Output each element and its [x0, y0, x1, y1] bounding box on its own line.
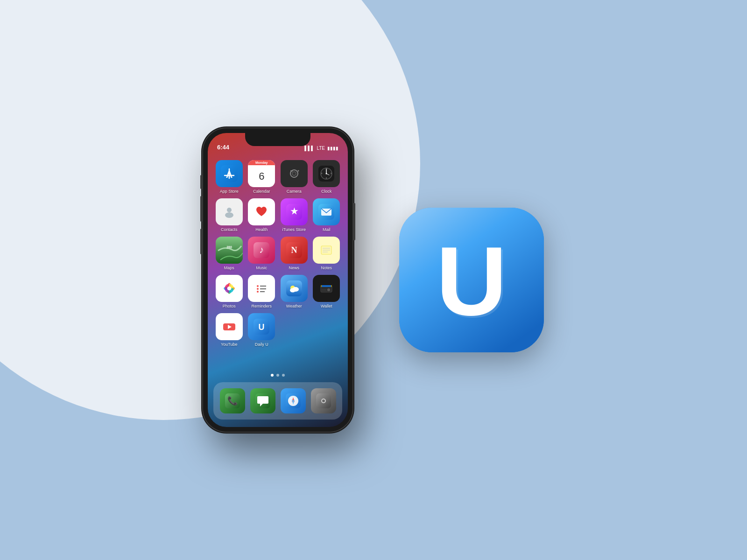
svg-point-21 [225, 212, 233, 218]
svg-text:★: ★ [290, 207, 298, 216]
iphone-mockup: 6:44 ▌▌▌ LTE ▮▮▮▮ A [203, 128, 352, 432]
side-button-vol-down [200, 229, 202, 254]
app-icon-news[interactable]: N News [280, 237, 308, 270]
svg-point-53 [257, 291, 259, 293]
iphone-screen: 6:44 ▌▌▌ LTE ▮▮▮▮ A [208, 133, 348, 427]
photos-icon-img [216, 275, 243, 302]
app-icon-camera[interactable]: Camera [280, 160, 308, 194]
app-icon-music[interactable]: ♪ Music [248, 237, 276, 270]
health-icon-img [248, 198, 275, 225]
svg-rect-8 [290, 170, 293, 172]
page-dots [208, 374, 348, 377]
svg-point-51 [257, 288, 259, 290]
app-icon-youtube[interactable]: YouTube [215, 313, 243, 347]
dock-settings[interactable] [311, 388, 336, 413]
dock-safari[interactable] [281, 388, 306, 413]
side-button-power [353, 203, 355, 240]
status-time: 6:44 [217, 144, 229, 151]
maps-icon-img: 280 [216, 237, 243, 264]
dot-2 [276, 374, 279, 377]
battery-icon: ▮▮▮▮ [327, 146, 338, 151]
weather-icon-img [281, 275, 308, 302]
app-icon-contacts[interactable]: Contacts [215, 198, 243, 232]
app-store-label: App Store [220, 189, 239, 194]
calendar-icon-img: Monday 6 [248, 160, 275, 187]
youtube-label: YouTube [221, 342, 237, 347]
contacts-icon-img [216, 198, 243, 225]
itunes-label: iTunes Store [282, 227, 306, 232]
news-icon-img: N [281, 237, 308, 264]
calendar-month: Monday [248, 160, 275, 165]
mail-icon-img [313, 198, 340, 225]
contacts-label: Contacts [221, 227, 238, 232]
u-app-large-icon[interactable]: U U [399, 208, 544, 352]
photos-label: Photos [223, 304, 236, 308]
side-button-mute [200, 175, 202, 189]
music-icon-img: ♪ [248, 237, 275, 264]
app-icon-itunes[interactable]: ★ iTunes Store [280, 198, 308, 232]
app-grid: A App Store Monday 6 Calendar [215, 156, 340, 350]
svg-text:📞: 📞 [227, 396, 238, 406]
app-icon-photos[interactable]: Photos [215, 275, 243, 308]
side-button-vol-up [200, 196, 202, 222]
status-icons: ▌▌▌ LTE ▮▮▮▮ [304, 146, 338, 151]
svg-rect-64 [322, 289, 326, 291]
app-icon-weather[interactable]: Weather [280, 275, 308, 308]
app-icon-dailyu[interactable]: U Daily U [248, 313, 276, 347]
iphone-notch [245, 133, 310, 146]
dock-messages[interactable] [250, 388, 275, 413]
app-icon-health[interactable]: Health [248, 198, 276, 232]
clock-icon-img: 12 3 6 9 [313, 160, 340, 187]
dot-3 [282, 374, 285, 377]
notes-icon-img [313, 237, 340, 264]
health-label: Health [255, 227, 268, 232]
dailyu-icon-img: U [248, 313, 275, 340]
clock-label: Clock [321, 189, 332, 194]
calendar-label: Calendar [253, 189, 270, 194]
svg-point-7 [293, 172, 296, 175]
svg-text:N: N [291, 245, 297, 255]
calendar-day: 6 [259, 165, 264, 187]
signal-icon: ▌▌▌ [304, 146, 314, 151]
reminders-label: Reminders [251, 304, 272, 308]
svg-point-58 [290, 288, 296, 293]
wallet-label: Wallet [321, 304, 332, 308]
app-icon-reminders[interactable]: Reminders [248, 275, 276, 308]
app-icon-calendar[interactable]: Monday 6 Calendar [248, 160, 276, 194]
svg-point-81 [322, 399, 325, 402]
svg-point-47 [227, 287, 231, 291]
svg-text:U: U [259, 322, 265, 332]
svg-text:♪: ♪ [259, 245, 264, 255]
wallet-icon-img [313, 275, 340, 302]
svg-text:280: 280 [226, 245, 232, 249]
svg-rect-48 [254, 280, 269, 296]
app-icon-clock[interactable]: 12 3 6 9 Clock [313, 160, 341, 194]
dot-1 [271, 374, 274, 377]
reminders-icon-img [248, 275, 275, 302]
music-label: Music [256, 266, 267, 270]
app-icon-app-store[interactable]: A App Store [215, 160, 243, 194]
app-icon-mail[interactable]: Mail [313, 198, 341, 232]
mail-label: Mail [323, 227, 331, 232]
svg-point-49 [257, 285, 259, 287]
main-scene: 6:44 ▌▌▌ LTE ▮▮▮▮ A [203, 128, 544, 432]
app-icon-wallet[interactable]: Wallet [313, 275, 341, 308]
dock: 📞 [213, 382, 342, 420]
notes-label: Notes [321, 266, 332, 270]
camera-icon-img [281, 160, 308, 187]
maps-label: Maps [224, 266, 234, 270]
app-icon-maps[interactable]: 280 Maps [215, 237, 243, 270]
dock-phone[interactable]: 📞 [220, 388, 245, 413]
svg-point-20 [227, 208, 232, 212]
svg-text:U: U [436, 226, 507, 336]
network-type: LTE [317, 146, 325, 151]
svg-text:12: 12 [326, 168, 328, 170]
dailyu-label: Daily U [255, 342, 268, 347]
svg-point-65 [327, 288, 330, 291]
app-icon-notes[interactable]: Notes [313, 237, 341, 270]
svg-point-9 [297, 170, 299, 172]
youtube-icon-img [216, 313, 243, 340]
itunes-icon-img: ★ [281, 198, 308, 225]
svg-rect-63 [322, 285, 331, 287]
camera-label: Camera [287, 189, 302, 194]
